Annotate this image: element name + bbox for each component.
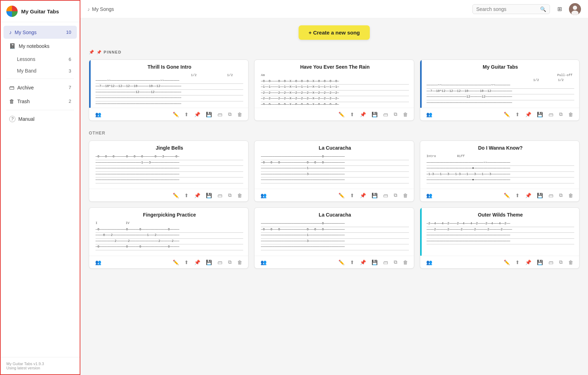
archive-icon[interactable]: 🗃 bbox=[216, 111, 224, 118]
copy-icon[interactable]: ⧉ bbox=[226, 110, 233, 118]
users-icon[interactable]: 👥 bbox=[93, 111, 103, 118]
tab-notation: IntroRiff ──────────────────────────────… bbox=[427, 154, 574, 186]
search-box[interactable]: 🔍 bbox=[472, 4, 550, 14]
archive-icon[interactable]: 🗃 bbox=[547, 258, 555, 266]
save-icon[interactable]: 💾 bbox=[370, 192, 379, 199]
users-icon[interactable]: 👥 bbox=[259, 258, 268, 266]
pin-icon[interactable]: 📌 bbox=[358, 192, 368, 199]
copy-icon[interactable]: ⧉ bbox=[557, 110, 564, 118]
song-title: Do I Wanna Know? bbox=[427, 145, 574, 151]
copy-icon[interactable]: ⧉ bbox=[557, 191, 564, 199]
archive-icon[interactable]: 🗃 bbox=[216, 258, 224, 266]
share-icon[interactable]: ⬆ bbox=[514, 192, 521, 199]
pin-icon[interactable]: 📌 bbox=[523, 111, 533, 118]
search-input[interactable] bbox=[476, 6, 538, 12]
delete-icon[interactable]: 🗑 bbox=[235, 258, 244, 266]
delete-icon[interactable]: 🗑 bbox=[235, 192, 244, 199]
save-icon[interactable]: 💾 bbox=[204, 258, 214, 266]
copy-icon[interactable]: ⧉ bbox=[226, 258, 233, 266]
save-icon[interactable]: 💾 bbox=[370, 258, 379, 266]
delete-icon[interactable]: 🗑 bbox=[566, 258, 575, 266]
pin-icon[interactable]: 📌 bbox=[192, 192, 202, 199]
delete-icon[interactable]: 🗑 bbox=[401, 192, 410, 199]
sidebar-item-label: Lessons bbox=[17, 56, 66, 62]
pin-icon[interactable]: 📌 bbox=[192, 111, 202, 118]
users-icon[interactable]: 👥 bbox=[424, 111, 434, 118]
card-footer: 👥 ✏️ ⬆ 📌 💾 🗃 ⧉ 🗑 bbox=[255, 189, 414, 201]
sidebar-item-trash[interactable]: 🗑 Trash 2 bbox=[4, 95, 77, 108]
save-icon[interactable]: 💾 bbox=[535, 192, 545, 199]
share-icon[interactable]: ⬆ bbox=[183, 192, 190, 199]
share-icon[interactable]: ⬆ bbox=[183, 258, 190, 266]
sidebar-item-label: Archive bbox=[17, 85, 66, 90]
archive-icon[interactable]: 🗃 bbox=[381, 111, 390, 118]
topbar-actions: 🔍 ⊞ bbox=[472, 3, 581, 15]
app-title: My Guitar Tabs bbox=[21, 8, 59, 14]
version-sub-text: Using latest version bbox=[6, 366, 74, 370]
users-icon[interactable]: 👥 bbox=[424, 192, 434, 199]
share-icon[interactable]: ⬆ bbox=[348, 111, 356, 118]
share-icon[interactable]: ⬆ bbox=[348, 192, 356, 199]
pin-icon[interactable]: 📌 bbox=[192, 258, 202, 266]
sidebar-footer: My Guitar Tabs v1.9.3 Using latest versi… bbox=[1, 357, 80, 374]
share-icon[interactable]: ⬆ bbox=[514, 111, 521, 118]
delete-icon[interactable]: 🗑 bbox=[401, 111, 410, 118]
copy-icon[interactable]: ⧉ bbox=[392, 258, 399, 266]
sidebar-item-my-band[interactable]: My Band 3 bbox=[4, 65, 77, 76]
save-icon[interactable]: 💾 bbox=[535, 111, 545, 118]
breadcrumb-text: My Songs bbox=[92, 6, 114, 12]
song-card-do-i-wanna-know: Do I Wanna Know? IntroRiff ─────────────… bbox=[420, 140, 580, 202]
copy-icon[interactable]: ⧉ bbox=[392, 191, 399, 199]
share-icon[interactable]: ⬆ bbox=[514, 258, 521, 266]
grid-view-button[interactable]: ⊞ bbox=[553, 3, 565, 15]
svg-point-1 bbox=[573, 6, 577, 10]
pin-icon[interactable]: 📌 bbox=[358, 258, 368, 266]
delete-icon[interactable]: 🗑 bbox=[566, 192, 575, 199]
edit-icon[interactable]: ✏️ bbox=[502, 192, 512, 199]
archive-icon: 🗃 bbox=[9, 85, 14, 90]
users-icon[interactable]: 👥 bbox=[93, 258, 103, 266]
copy-icon[interactable]: ⧉ bbox=[557, 258, 564, 266]
pin-icon[interactable]: 📌 bbox=[523, 258, 533, 266]
save-icon[interactable]: 💾 bbox=[204, 111, 214, 118]
archive-icon[interactable]: 🗃 bbox=[381, 258, 390, 266]
users-icon[interactable]: 👥 bbox=[424, 258, 434, 266]
copy-icon[interactable]: ⧉ bbox=[226, 191, 233, 199]
delete-icon[interactable]: 🗑 bbox=[235, 111, 244, 118]
create-new-song-button[interactable]: + Create a new song bbox=[299, 25, 369, 40]
edit-icon[interactable]: ✏️ bbox=[171, 258, 180, 266]
sidebar-item-my-songs[interactable]: ♪ My Songs 10 bbox=[4, 26, 77, 39]
sidebar-item-count: 3 bbox=[69, 68, 71, 74]
edit-icon[interactable]: ✏️ bbox=[171, 111, 180, 118]
sidebar-item-lessons[interactable]: Lessons 6 bbox=[4, 54, 77, 65]
sidebar-item-my-notebooks[interactable]: 📓 My notebooks bbox=[4, 39, 77, 53]
nav-divider bbox=[6, 79, 74, 79]
sidebar-nav: ♪ My Songs 10 📓 My notebooks Lessons 6 M… bbox=[1, 22, 80, 357]
edit-icon[interactable]: ✏️ bbox=[337, 258, 346, 266]
edit-icon[interactable]: ✏️ bbox=[502, 111, 512, 118]
copy-icon[interactable]: ⧉ bbox=[392, 110, 399, 118]
edit-icon[interactable]: ✏️ bbox=[337, 111, 346, 118]
save-icon[interactable]: 💾 bbox=[204, 192, 214, 199]
archive-icon[interactable]: 🗃 bbox=[547, 111, 555, 118]
edit-icon[interactable]: ✏️ bbox=[171, 192, 180, 199]
delete-icon[interactable]: 🗑 bbox=[401, 258, 410, 266]
archive-icon[interactable]: 🗃 bbox=[547, 192, 555, 199]
sidebar-item-archive[interactable]: 🗃 Archive 7 bbox=[4, 81, 77, 94]
save-icon[interactable]: 💾 bbox=[535, 258, 545, 266]
users-icon[interactable]: 👥 bbox=[259, 192, 268, 199]
archive-icon[interactable]: 🗃 bbox=[381, 192, 390, 199]
share-icon[interactable]: ⬆ bbox=[348, 258, 356, 266]
song-card-la-cucaracha-2: La Cucaracha ───────────────────────────… bbox=[254, 207, 414, 269]
edit-icon[interactable]: ✏️ bbox=[337, 192, 346, 199]
pin-icon[interactable]: 📌 bbox=[358, 111, 368, 118]
sidebar-item-count: 10 bbox=[66, 30, 71, 35]
delete-icon[interactable]: 🗑 bbox=[566, 111, 575, 118]
sidebar-item-manual[interactable]: ? Manual bbox=[4, 112, 77, 126]
edit-icon[interactable]: ✏️ bbox=[502, 258, 512, 266]
archive-icon[interactable]: 🗃 bbox=[216, 192, 224, 199]
save-icon[interactable]: 💾 bbox=[370, 111, 379, 118]
pin-icon[interactable]: 📌 bbox=[523, 192, 533, 199]
share-icon[interactable]: ⬆ bbox=[183, 111, 190, 118]
avatar[interactable] bbox=[569, 3, 581, 15]
